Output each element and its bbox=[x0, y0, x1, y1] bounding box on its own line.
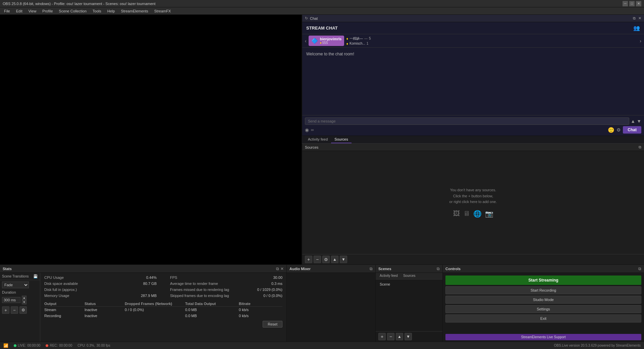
menu-edit[interactable]: Edit bbox=[13, 8, 25, 14]
stat-disk-full: Disk full in (approx.) bbox=[44, 287, 157, 292]
scenes-detach-btn[interactable]: ⧉ bbox=[437, 266, 440, 271]
status-cpu-label: CPU: 0.3%, bbox=[77, 344, 95, 347]
transition-remove-btn[interactable]: − bbox=[11, 306, 18, 314]
stream-bitrate: 0 kb/s bbox=[239, 308, 272, 312]
rec-dot bbox=[46, 344, 48, 347]
status-network: 📶 bbox=[3, 343, 8, 348]
stats-table-header: Output Status Dropped Frames (Network) T… bbox=[44, 301, 282, 307]
chat-nav-prev[interactable]: ‹ bbox=[305, 38, 307, 44]
studio-mode-button[interactable]: Studio Mode bbox=[445, 296, 641, 304]
stat-fps: FPS 30.00 bbox=[170, 275, 282, 280]
chat-send-button[interactable]: Chat bbox=[623, 126, 641, 134]
stream-total: 0.0 MB bbox=[185, 308, 239, 312]
stats-expand-btn[interactable]: ⧉ bbox=[276, 266, 279, 271]
chat-scroll-down-btn[interactable]: ▼ bbox=[637, 118, 641, 124]
duration-up-btn[interactable]: ▲ bbox=[22, 296, 26, 300]
sources-settings-button[interactable]: ⚙ bbox=[322, 256, 330, 263]
memory-value: 287.9 MB bbox=[141, 294, 157, 298]
scene-item-1[interactable]: Scene bbox=[377, 281, 441, 288]
transition-settings-btn[interactable]: ⚙ bbox=[19, 306, 27, 314]
controls-panel: Controls ⧉ Start Streaming Start Recordi… bbox=[443, 265, 644, 342]
transition-add-btn[interactable]: + bbox=[2, 306, 9, 314]
exit-button[interactable]: Exit bbox=[445, 314, 641, 322]
bottom-area: Stats ⧉ ✕ Scene Transitions 💾 Fade bbox=[0, 264, 644, 342]
display-source-icon: 🖥 bbox=[463, 210, 470, 218]
sources-window-title: Sources bbox=[305, 145, 318, 149]
stats-close-btn[interactable]: ✕ bbox=[280, 266, 284, 271]
sources-move-up-button[interactable]: ▲ bbox=[331, 256, 338, 263]
status-cpu-fps: CPU: 0.3%, 30.00 fps bbox=[77, 344, 110, 347]
start-streaming-button[interactable]: Start Streaming bbox=[445, 276, 641, 285]
minimize-button[interactable]: ─ bbox=[623, 1, 628, 6]
tab-sources[interactable]: Sources bbox=[331, 136, 351, 143]
chat-panel: ↻ Chat ⧉ ✕ STREAM CHAT 👥 ‹ bbox=[302, 15, 644, 136]
scenes-up-btn[interactable]: ▲ bbox=[396, 333, 403, 340]
scenes-down-btn[interactable]: ▼ bbox=[405, 333, 412, 340]
user-card-1[interactable]: 🔷 bienjovimrls ♦ 555 bbox=[309, 36, 344, 46]
menu-view[interactable]: View bbox=[26, 8, 39, 14]
scene-transitions-save-btn[interactable]: 💾 bbox=[33, 274, 38, 279]
chat-emoji-button[interactable]: 🙂 bbox=[608, 127, 614, 133]
close-button[interactable]: ✕ bbox=[636, 1, 641, 6]
start-recording-button[interactable]: Start Recording bbox=[445, 286, 641, 294]
menu-help[interactable]: Help bbox=[105, 8, 118, 14]
col-status: Status bbox=[85, 302, 125, 306]
stream-dropped: 0 / 0 (0.0%) bbox=[125, 308, 185, 312]
sources-empty-text: You don't have any sources.Click the + b… bbox=[449, 187, 497, 205]
sources-add-button[interactable]: + bbox=[305, 256, 312, 263]
settings-button[interactable]: Settings bbox=[445, 305, 641, 313]
menu-scene-collection[interactable]: Scene Collection bbox=[56, 8, 90, 14]
menu-streamfx[interactable]: StreamFX bbox=[152, 8, 174, 14]
chat-manage-button[interactable]: 👥 bbox=[633, 25, 640, 31]
duration-input[interactable] bbox=[2, 297, 20, 303]
tab-sources-bottom[interactable]: Sources bbox=[400, 273, 418, 279]
stat-cpu: CPU Usage 0.44% bbox=[44, 275, 157, 280]
maximize-button[interactable]: □ bbox=[629, 1, 635, 6]
sources-detach-button[interactable]: ⧉ bbox=[639, 145, 641, 149]
chat-settings-button[interactable]: ⚙ bbox=[616, 127, 621, 133]
scenes-remove-btn[interactable]: − bbox=[387, 333, 394, 340]
scenes-add-btn[interactable]: + bbox=[378, 333, 386, 340]
recording-total: 0.0 MB bbox=[185, 314, 239, 318]
streamelements-support-button[interactable]: StreamElements Live Support bbox=[445, 334, 641, 340]
controls-title: Controls bbox=[445, 267, 461, 271]
stats-reset-button[interactable]: Reset bbox=[263, 321, 282, 328]
controls-header: Controls ⧉ bbox=[443, 265, 644, 273]
controls-detach-btn[interactable]: ⧉ bbox=[638, 266, 641, 271]
network-icon: 📶 bbox=[3, 343, 8, 348]
fps-label: FPS bbox=[170, 276, 177, 280]
sources-toolbar: + − ⚙ ▲ ▼ bbox=[302, 254, 644, 264]
menu-streamelements[interactable]: StreamElements bbox=[118, 8, 151, 14]
titlebar: OBS 25.0.8 (64-bit, windows) - Profile: … bbox=[0, 0, 644, 7]
scene-transitions-label: Scene Transitions bbox=[2, 275, 29, 278]
stream-row: Stream Inactive 0 / 0 (0.0%) 0.0 MB 0 kb… bbox=[44, 307, 282, 313]
transition-type-select[interactable]: Fade bbox=[2, 282, 29, 288]
missed-frames-value: 0 / 1029 (0.0%) bbox=[257, 288, 282, 292]
stat-avg-render: Average time to render frame 0.3 ms bbox=[170, 281, 282, 286]
menu-file[interactable]: File bbox=[1, 8, 13, 14]
chat-close-button[interactable]: ✕ bbox=[638, 16, 641, 20]
stat-skipped-frames: Skipped frames due to encoding lag 0 / 0… bbox=[170, 293, 282, 298]
menu-profile[interactable]: Profile bbox=[40, 8, 55, 14]
stream-output: Stream bbox=[44, 308, 85, 312]
user-mini-3[interactable]: ♦ Komisch... 1 bbox=[346, 42, 371, 46]
sources-move-down-button[interactable]: ▼ bbox=[340, 256, 347, 263]
chat-window-title: Chat bbox=[310, 16, 318, 20]
user-mini-2[interactable]: ♦ 一残缺— — 5 bbox=[346, 36, 371, 41]
menu-tools[interactable]: Tools bbox=[90, 8, 104, 14]
scenes-panel: Scenes ⧉ Activity feed Sources Scene + −… bbox=[376, 265, 443, 342]
duration-down-btn[interactable]: ▼ bbox=[22, 300, 26, 304]
avg-render-value: 0.3 ms bbox=[271, 282, 282, 286]
chat-messages: Welcome to the chat room! bbox=[302, 48, 644, 115]
tab-activity-feed[interactable]: Activity feed bbox=[305, 136, 331, 143]
live-dot bbox=[14, 344, 16, 347]
audio-mixer-detach-btn[interactable]: ⧉ bbox=[370, 266, 373, 271]
chat-message-input[interactable] bbox=[305, 117, 629, 125]
recording-output: Recording bbox=[44, 314, 85, 318]
chat-scroll-up-btn[interactable]: ▲ bbox=[631, 118, 635, 124]
sources-remove-button[interactable]: − bbox=[314, 256, 321, 263]
chat-detach-button[interactable]: ⧉ bbox=[633, 16, 636, 20]
tab-activity-feed-bottom[interactable]: Activity feed bbox=[377, 273, 400, 279]
chat-nav-next[interactable]: › bbox=[640, 38, 641, 44]
status-rec: REC: 00:00:00 bbox=[46, 344, 72, 347]
